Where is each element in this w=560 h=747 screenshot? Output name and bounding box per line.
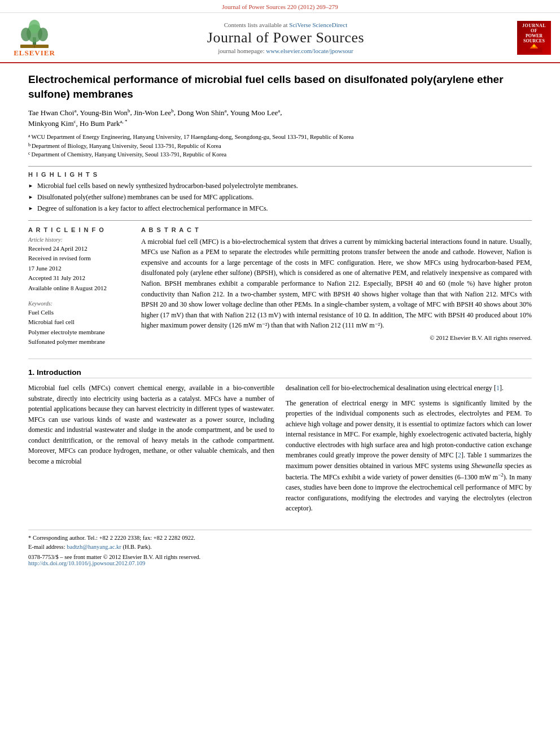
highlight-item: Disulfonated poly(ether sulfone) membran… [28, 193, 532, 202]
keywords-list: Fuel Cells Microbial fuel cell Polymer e… [28, 308, 130, 347]
main-content: Electrochemical performance of microbial… [0, 63, 560, 578]
then-text: then [262, 447, 274, 455]
intro-para-1: Microbial fuel cells (MFCs) convert chem… [28, 383, 274, 467]
author-4: Dong Won Shina [177, 108, 226, 117]
issn-block: 0378-7753/$ – see front matter © 2012 El… [28, 554, 532, 566]
article-title: Electrochemical performance of microbial… [28, 72, 532, 101]
divider-2 [28, 220, 532, 221]
elsevier-wordmark: ELSEVIER [14, 49, 55, 58]
introduction-section: 1. Introduction Microbial fuel cells (MF… [28, 368, 532, 518]
journal-header: ELSEVIER Contents lists available at Sci… [0, 13, 560, 63]
history-block: Article history: Received 24 April 2012 … [28, 237, 130, 294]
abstract-text: A microbial fuel cell (MFC) is a bio-ele… [141, 237, 532, 331]
highlight-item: Microbial fuel cells based on newly synt… [28, 181, 532, 191]
elsevier-logo: ELSEVIER [9, 18, 60, 58]
intro-right-para-1: desalination cell for bio-electrochemica… [286, 383, 532, 394]
highlight-item: Degree of sulfonation is a key factor to… [28, 204, 532, 213]
copyright-line: © 2012 Elsevier B.V. All rights reserved… [141, 334, 532, 341]
keyword-item: Sulfonated polymer membrane [28, 337, 130, 347]
sciverse-line: Contents lists available at SciVerse Sci… [60, 21, 511, 28]
keyword-item: Fuel Cells [28, 308, 130, 318]
author-5: Young Moo Leea [230, 108, 281, 117]
doi-line: http://dx.doi.org/10.1016/j.jpowsour.201… [28, 560, 532, 566]
power-sources-cover: JOURNAL OF POWER SOURCES [517, 21, 551, 55]
keywords-block: Keywords: Fuel Cells Microbial fuel cell… [28, 300, 130, 347]
divider-3 [28, 359, 532, 359]
affil-c: c Department of Chemistry, Hanyang Unive… [28, 150, 532, 159]
svg-point-4 [29, 20, 40, 33]
journal-cover-logo: JOURNAL OF POWER SOURCES [511, 21, 551, 55]
affil-b: b Department of Biology, Hanyang Univers… [28, 142, 532, 151]
highlights-section: H I G H L I G H T S Microbial fuel cells… [28, 171, 532, 213]
journal-reference-bar: Journal of Power Sources 220 (2012) 269–… [0, 0, 560, 13]
highlights-list: Microbial fuel cells based on newly synt… [28, 181, 532, 213]
email-link[interactable]: badtzh@hanyang.ac.kr [67, 544, 121, 550]
article-info-label: A R T I C L E I N F O [28, 226, 130, 233]
homepage-link[interactable]: www.elsevier.com/locate/jpowsour [266, 47, 353, 54]
affiliations: a WCU Department of Energy Engineering, … [28, 133, 532, 159]
journal-reference: Journal of Power Sources 220 (2012) 269–… [222, 3, 338, 10]
ref-1: 1 [496, 384, 500, 392]
intro-heading: 1. Introduction [28, 368, 532, 378]
page-wrapper: Journal of Power Sources 220 (2012) 269–… [0, 0, 560, 578]
cover-graphic-icon [523, 43, 545, 53]
authors-line: Tae Hwan Choia, Young-Bin Wonb, Jin-Won … [28, 107, 532, 129]
doi-link[interactable]: http://dx.doi.org/10.1016/j.jpowsour.201… [28, 560, 145, 566]
keywords-label: Keywords: [28, 300, 130, 307]
sciverse-link[interactable]: SciVerse ScienceDirect [289, 21, 347, 28]
journal-title: Journal of Power Sources [60, 29, 511, 46]
email-label: E-mail address: [28, 544, 67, 550]
keyword-item: Polymer electrolyte membrane [28, 327, 130, 338]
intro-columns: Microbial fuel cells (MFCs) convert chem… [28, 383, 532, 518]
author-7: Ho Bum Parka, * [80, 119, 128, 128]
intro-left-col: Microbial fuel cells (MFCs) convert chem… [28, 383, 274, 518]
issn-text: 0378-7753/$ – see front matter © 2012 El… [28, 554, 532, 560]
homepage-line: journal homepage: www.elsevier.com/locat… [60, 47, 511, 54]
divider-1 [28, 166, 532, 167]
abstract-col: A B S T R A C T A microbial fuel cell (M… [141, 226, 532, 354]
author-3: Jin-Won Leeb [134, 108, 174, 117]
article-info-col: A R T I C L E I N F O Article history: R… [28, 226, 130, 354]
footer-area: * Corresponding author. Tel.: +82 2 2220… [28, 530, 532, 566]
author-6: Minkyong Kimc [28, 119, 76, 128]
ref-2: 2 [458, 451, 461, 459]
intro-right-para-2: The generation of electrical energy in M… [286, 398, 532, 514]
author-2: Young-Bin Wonb [80, 108, 130, 117]
highlights-label: H I G H L I G H T S [28, 171, 532, 178]
intro-right-col: desalination cell for bio-electrochemica… [286, 383, 532, 518]
affil-a: a WCU Department of Energy Engineering, … [28, 133, 532, 142]
journal-title-block: Contents lists available at SciVerse Sci… [60, 21, 511, 54]
corresponding-author-note: * Corresponding author. Tel.: +82 2 2220… [28, 534, 532, 552]
svg-point-9 [533, 45, 535, 47]
elsevier-tree-icon [15, 18, 54, 49]
history-label: Article history: [28, 237, 130, 243]
keyword-item: Microbial fuel cell [28, 317, 130, 327]
and-text: and [251, 447, 260, 455]
author-1: Tae Hwan Choia [28, 108, 76, 117]
received-date: Received 24 April 2012 Received in revis… [28, 244, 130, 294]
abstract-label: A B S T R A C T [141, 226, 532, 233]
article-info-abstract: A R T I C L E I N F O Article history: R… [28, 226, 532, 354]
